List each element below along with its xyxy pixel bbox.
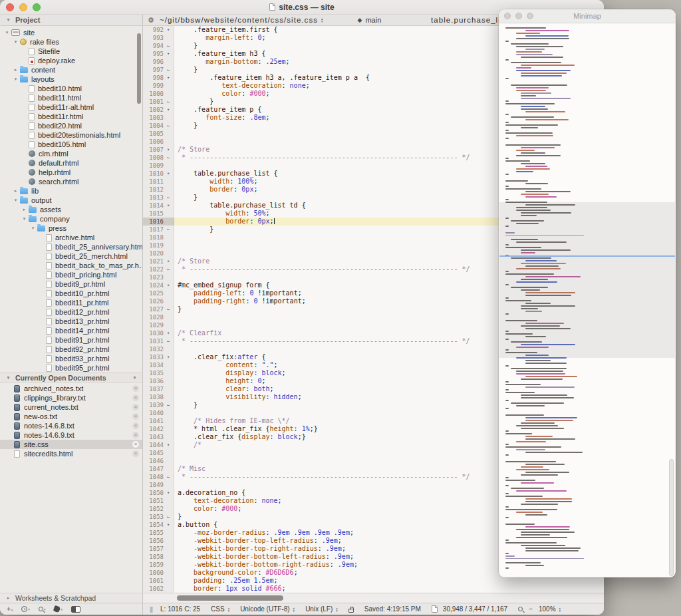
tree-item[interactable]: bbedit91_pr.html: [0, 335, 142, 345]
actions-menu-button[interactable]: ▾: [54, 606, 63, 612]
fold-close-icon[interactable]: ⌐: [166, 305, 174, 313]
search-menu-button[interactable]: ▾: [39, 607, 46, 611]
minimap-body[interactable]: [499, 24, 675, 577]
close-icon[interactable]: ×: [132, 404, 139, 410]
fold-open-icon[interactable]: ▾: [166, 74, 174, 82]
tree-item[interactable]: ▾company: [0, 214, 142, 224]
tree-item[interactable]: bbedit11r.html: [0, 112, 142, 121]
fold-open-icon[interactable]: ▾: [166, 489, 174, 497]
tree-item[interactable]: default.rhtml: [0, 158, 142, 168]
horizontal-scrollbar-thumb[interactable]: [177, 595, 283, 601]
tree-item[interactable]: bbedit11r-alt.html: [0, 102, 142, 112]
tree-item[interactable]: ▾site: [0, 28, 142, 37]
recent-documents-button[interactable]: ▾: [21, 606, 30, 612]
tree-item[interactable]: ▸lib: [0, 186, 142, 196]
tree-item[interactable]: ▸content: [0, 65, 142, 75]
zoom-window-button[interactable]: [33, 3, 41, 11]
document-info-button[interactable]: [432, 605, 438, 613]
close-icon[interactable]: ×: [132, 413, 139, 420]
tree-item[interactable]: search.rhtml: [0, 177, 142, 186]
tree-item[interactable]: bbedit14_pr.html: [0, 326, 142, 335]
tree-item[interactable]: bbedit11.html: [0, 93, 142, 102]
fold-close-icon[interactable]: ⌐: [166, 513, 174, 521]
tree-item[interactable]: bbedit_pricing.html: [0, 270, 142, 279]
minimap-scrollbar-thumb[interactable]: [669, 459, 674, 576]
open-documents-header[interactable]: ▾ Currently Open Documents ▾: [0, 373, 142, 383]
tree-item[interactable]: Sitefile: [0, 47, 142, 56]
fold-close-icon[interactable]: ⌐: [166, 473, 174, 481]
tree-item[interactable]: ▾press: [0, 224, 142, 233]
language-popup[interactable]: CSS▴▾: [211, 605, 229, 613]
tree-item[interactable]: bbedit12_pr.html: [0, 307, 142, 317]
fold-close-icon[interactable]: ⌐: [166, 226, 174, 233]
fold-open-icon[interactable]: ▾: [166, 146, 174, 154]
open-document-item[interactable]: new-os.txt×: [0, 412, 142, 421]
tree-item[interactable]: bbedit_back_to_mas_pr.h…: [0, 261, 142, 270]
fold-open-icon[interactable]: ▾: [166, 50, 174, 58]
worksheets-scratchpad-header[interactable]: ▸ Worksheets & Scratchpad: [0, 593, 143, 603]
open-document-item[interactable]: notes-14.6.9.txt×: [0, 430, 142, 440]
sidebar-toggle-button[interactable]: [71, 606, 80, 613]
tree-item[interactable]: bbedit92_pr.html: [0, 345, 142, 354]
document-proxy-icon[interactable]: [269, 3, 275, 11]
tree-item[interactable]: bbedit11_pr.html: [0, 298, 142, 307]
fold-close-icon[interactable]: ⌐: [166, 337, 174, 345]
close-icon[interactable]: ×: [132, 385, 139, 392]
code-line[interactable]: 1062 border: 1px solid #666;: [143, 585, 604, 593]
minimap-visible-region[interactable]: [499, 202, 675, 358]
close-icon[interactable]: ×: [132, 441, 139, 448]
minimap-title-bar[interactable]: Minimap: [499, 9, 676, 23]
fold-open-icon[interactable]: ▾: [166, 441, 174, 449]
chevron-down-icon[interactable]: ▾: [12, 39, 19, 45]
fold-open-icon[interactable]: ▾: [166, 329, 174, 337]
close-icon[interactable]: ×: [132, 450, 139, 457]
fold-open-icon[interactable]: ▾: [166, 257, 174, 265]
tree-item[interactable]: deploy.rake: [0, 56, 142, 65]
tree-item[interactable]: clm.rhtml: [0, 149, 142, 158]
fold-close-icon[interactable]: ⌐: [166, 194, 174, 202]
line-endings-popup[interactable]: Unix (LF)▴▾: [305, 605, 338, 613]
open-document-item[interactable]: site.css×: [0, 440, 142, 449]
close-icon[interactable]: ×: [132, 432, 139, 438]
fold-close-icon[interactable]: ⌐: [166, 66, 174, 74]
minimize-window-button[interactable]: [19, 3, 27, 11]
tree-item[interactable]: help.rhtml: [0, 168, 142, 177]
file-path-popup[interactable]: ~/git/bbsw/website/content/css/site.css: [160, 16, 318, 24]
tree-item[interactable]: ▸assets: [0, 205, 142, 214]
chevron-right-icon[interactable]: ▸: [5, 595, 12, 601]
tree-item[interactable]: ▾output: [0, 196, 142, 205]
fold-open-icon[interactable]: ▾: [166, 202, 174, 210]
tree-item[interactable]: bbedit20testimonials.html: [0, 130, 142, 140]
tree-item[interactable]: bbedit_25_anniversary.html: [0, 242, 142, 251]
code-line[interactable]: 1061 padding: .25em 1.5em;: [143, 577, 604, 585]
open-document-item[interactable]: notes-14.6.8.txt×: [0, 421, 142, 430]
fold-close-icon[interactable]: ⌐: [166, 42, 174, 50]
tree-item[interactable]: bbedit_25_merch.html: [0, 251, 142, 261]
chevron-right-icon[interactable]: ▸: [21, 207, 28, 212]
chevron-right-icon[interactable]: ▸: [12, 188, 19, 194]
zoom-level-popup[interactable]: 100%▴▾: [539, 605, 561, 613]
chevron-down-icon[interactable]: ▾: [29, 226, 37, 231]
chevron-down-icon[interactable]: ▾: [12, 77, 19, 82]
sidebar-scrollbar-thumb[interactable]: [137, 33, 141, 104]
fold-close-icon[interactable]: ⌐: [166, 265, 174, 273]
open-document-item[interactable]: current_notes.txt×: [0, 402, 142, 412]
tree-item[interactable]: bbedit105.html: [0, 140, 142, 149]
lock-status-button[interactable]: [348, 606, 354, 613]
fold-close-icon[interactable]: ⌐: [166, 154, 174, 162]
tree-item[interactable]: bbedit20.html: [0, 121, 142, 130]
add-item-button[interactable]: +▾: [7, 605, 13, 613]
chevron-down-icon[interactable]: ▾: [5, 375, 12, 381]
chevron-right-icon[interactable]: ▸: [12, 67, 19, 73]
tree-item[interactable]: bbedit95_pr.html: [0, 363, 142, 373]
tree-item[interactable]: archive.html: [0, 233, 142, 242]
chevron-down-icon[interactable]: ▾: [5, 17, 12, 23]
open-document-item[interactable]: clippings_library.txt×: [0, 393, 142, 402]
chevron-down-icon[interactable]: ▾: [131, 375, 138, 381]
open-document-item[interactable]: sitecredits.html×: [0, 449, 142, 458]
cursor-position-indicator[interactable]: L: 1016 C: 25: [160, 605, 200, 613]
sidebar-header[interactable]: ▾ Project: [0, 15, 143, 25]
splitter-handle-icon[interactable]: |||: [150, 606, 152, 613]
tree-item[interactable]: bbedit13_pr.html: [0, 317, 142, 326]
open-document-item[interactable]: archived_notes.txt×: [0, 384, 142, 393]
